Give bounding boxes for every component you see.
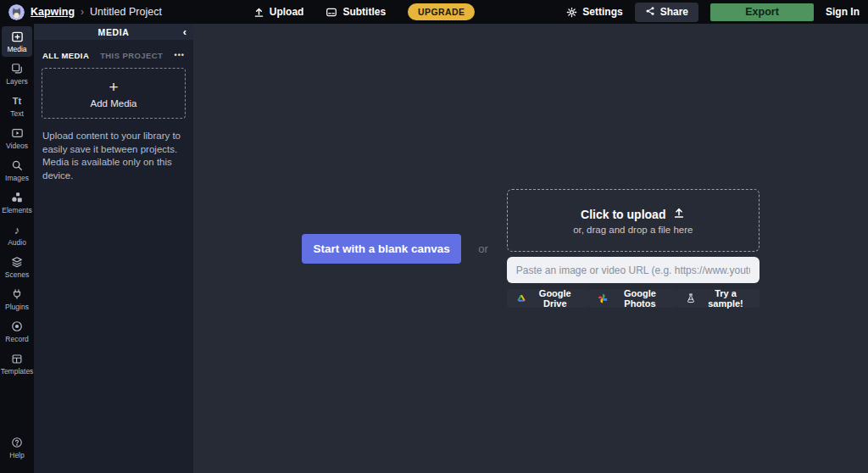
add-media-label: Add Media: [91, 98, 137, 109]
plus-icon: +: [108, 79, 118, 95]
sidebar-item-audio[interactable]: ♪ Audio: [2, 220, 32, 250]
media-icon: [11, 31, 24, 43]
google-photos-button[interactable]: Google Photos: [588, 289, 676, 308]
media-tabs: ALL MEDIA THIS PROJECT •••: [34, 40, 193, 68]
google-drive-icon: [516, 293, 526, 303]
cat-avatar-icon: [8, 4, 25, 20]
export-button[interactable]: Export: [710, 3, 814, 21]
start-options: Start with a blank canvas or Click to up…: [302, 189, 760, 308]
sidebar-item-elements[interactable]: Elements: [2, 187, 32, 218]
sidebar-item-images[interactable]: Images: [2, 155, 32, 186]
upload-options-column: Click to upload or, drag and drop a file…: [507, 189, 760, 308]
media-panel-header: MEDIA ‹: [34, 24, 193, 40]
gear-icon: [566, 7, 577, 18]
top-bar: Kapwing › Untitled Project Upload: [0, 0, 868, 24]
try-sample-button[interactable]: Try a sample!: [676, 289, 760, 308]
media-panel-description: Upload content to your library to easily…: [42, 130, 185, 182]
file-upload-dropzone[interactable]: Click to upload or, drag and drop a file…: [507, 189, 760, 252]
add-media-dropzone[interactable]: + Add Media: [42, 68, 186, 119]
subtitles-icon: [326, 7, 337, 18]
layers-icon: [11, 63, 23, 75]
upload-icon: [673, 207, 685, 222]
sidebar-item-media[interactable]: Media: [2, 26, 32, 57]
blank-canvas-button[interactable]: Start with a blank canvas: [302, 234, 461, 264]
panel-title: MEDIA: [98, 27, 130, 37]
sidebar-item-templates[interactable]: Templates: [2, 348, 32, 379]
search-icon: [11, 159, 23, 172]
topbar-center: Upload Subtitles UPGRADE: [162, 3, 566, 20]
sidebar-item-record[interactable]: Record: [2, 316, 32, 347]
tab-this-project[interactable]: THIS PROJECT: [100, 51, 163, 60]
sign-in-button[interactable]: Sign In: [826, 6, 860, 18]
dropzone-subtitle: or, drag and drop a file here: [573, 225, 693, 235]
overflow-menu-icon[interactable]: •••: [175, 52, 185, 59]
project-title[interactable]: Untitled Project: [90, 6, 162, 18]
plugins-icon: [11, 288, 23, 301]
record-icon: [11, 320, 23, 333]
import-actions: Google Drive: [507, 289, 760, 308]
help-icon: [11, 437, 23, 449]
tab-all-media[interactable]: ALL MEDIA: [42, 51, 89, 60]
templates-icon: [11, 353, 23, 365]
scenes-icon: [11, 256, 23, 269]
collapse-panel-icon[interactable]: ‹: [183, 25, 186, 39]
settings-button[interactable]: Settings: [566, 6, 622, 18]
sidebar-item-text[interactable]: Tt Text: [2, 91, 32, 121]
share-button[interactable]: Share: [635, 3, 698, 22]
music-note-icon: ♪: [14, 224, 20, 236]
share-icon: [645, 6, 655, 19]
google-drive-button[interactable]: Google Drive: [507, 289, 588, 308]
subtitles-button[interactable]: Subtitles: [326, 6, 386, 18]
topbar-right: Settings Share Export Sign In: [566, 3, 860, 22]
brand-link[interactable]: Kapwing: [31, 6, 75, 18]
sidebar-item-layers[interactable]: Layers: [2, 58, 32, 89]
url-input[interactable]: [507, 257, 760, 283]
dropzone-title: Click to upload: [581, 208, 665, 221]
videos-icon: [11, 127, 24, 140]
upgrade-button[interactable]: UPGRADE: [408, 3, 475, 20]
upload-button[interactable]: Upload: [253, 6, 304, 18]
flask-icon: [686, 293, 696, 303]
sidebar-item-scenes[interactable]: Scenes: [2, 252, 32, 282]
kapwing-editor: Kapwing › Untitled Project Upload: [0, 0, 868, 473]
or-label: or: [478, 242, 488, 255]
media-panel: MEDIA ‹ ALL MEDIA THIS PROJECT ••• + Add…: [34, 24, 193, 473]
breadcrumb: Kapwing › Untitled Project: [8, 4, 162, 20]
sidebar-item-help[interactable]: Help: [2, 432, 32, 463]
canvas-area: Start with a blank canvas or Click to up…: [193, 24, 868, 473]
text-icon: Tt: [13, 95, 21, 108]
tool-sidebar: Media Layers Tt Text: [0, 24, 34, 473]
breadcrumb-separator: ›: [81, 6, 84, 18]
sidebar-item-videos[interactable]: Videos: [2, 123, 32, 153]
kapwing-logo[interactable]: [8, 4, 25, 20]
google-photos-icon: [598, 293, 608, 303]
upload-icon: [253, 7, 264, 18]
sidebar-item-plugins[interactable]: Plugins: [2, 284, 32, 314]
elements-icon: [11, 192, 23, 204]
sidebar-spacer: [0, 381, 34, 432]
